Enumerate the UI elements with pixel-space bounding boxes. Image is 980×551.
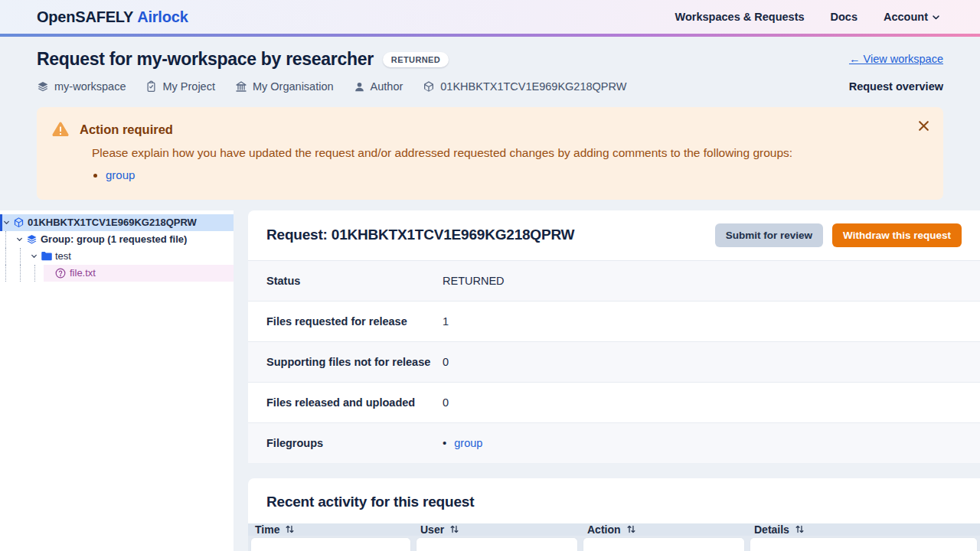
sort-icon [626,524,636,534]
chevron-down-icon [932,13,940,21]
withdraw-request-button[interactable]: Withdraw this request [832,223,962,247]
nav-docs[interactable]: Docs [831,11,858,23]
tree-indent-guide [5,231,15,248]
meta-workspace-label: my-workspace [54,80,126,93]
person-icon [354,81,365,93]
top-nav-links: Workspaces & Requests Docs Account [675,11,940,23]
sort-icon [285,524,295,534]
detail-label: Files requested for release [266,315,443,328]
meta-organisation: My Organisation [235,80,334,93]
alert-title: Action required [80,122,173,137]
meta-workspace: my-workspace [37,80,126,93]
sort-icon [449,524,459,534]
column-header-user[interactable]: User [413,523,580,536]
detail-row-files-released: Files released and uploaded 0 [248,382,980,422]
request-overview-card: Request: 01KHBKTX1TCV1E969KG218QPRW Subm… [248,210,980,463]
filter-action-input[interactable] [583,537,745,551]
layers-icon [37,80,49,93]
filegroup-list: group [443,436,482,449]
submit-for-review-button[interactable]: Submit for review [715,223,823,247]
meta-project-label: My Project [162,80,215,93]
cube-icon [423,80,435,93]
folder-icon [41,250,52,262]
detail-value: 0 [443,396,449,409]
detail-label: Supporting files not for release [266,356,443,368]
tree-item-label: file.txt [70,267,96,279]
request-meta: my-workspace My Project My Organisation [37,80,626,93]
page-header: Request for my-workspace by researcher R… [0,37,980,93]
meta-project: My Project [145,80,215,93]
activity-title: Recent activity for this request [248,478,980,523]
chevron-down-icon[interactable] [15,236,24,243]
cube-icon [13,217,24,228]
activity-table-header: Time User Action [248,523,980,536]
activity-filter-row [248,536,980,551]
tree-item-test-folder[interactable]: test [0,248,234,265]
status-badge: RETURNED [383,52,449,67]
alert-group-list: group [106,167,900,184]
tree-item-label: 01KHBKTX1TCV1E969KG218QPRW [28,217,197,228]
tree-indent-guide [5,265,15,282]
detail-row-filegroups: Filegroups group [248,422,980,463]
logo-secondary: Airlock [137,8,188,25]
clipboard-icon [145,80,157,93]
action-required-alert: Action required Please explain how you h… [37,107,943,200]
tree-indent-guide [5,248,15,265]
tree-item-label: Group: group (1 requested file) [41,233,187,245]
tree-item-label: test [55,250,71,262]
column-label: User [420,523,444,536]
layers-icon [26,233,38,245]
view-workspace-link[interactable]: ← View workspace [849,53,943,65]
column-header-details[interactable]: Details [747,523,980,536]
request-card-title: Request: 01KHBKTX1TCV1E969KG218QPRW [266,227,574,243]
file-tree-sidebar: 01KHBKTX1TCV1E969KG218QPRW Group: group … [0,210,234,551]
detail-row-status: Status RETURNED [248,260,980,301]
column-header-time[interactable]: Time [248,523,413,536]
app-root: OpenSAFELYAirlock Workspaces & Requests … [0,0,980,551]
logo-primary: OpenSAFELY [37,8,133,25]
top-navigation: OpenSAFELYAirlock Workspaces & Requests … [0,0,980,34]
request-overview-link[interactable]: Request overview [849,80,943,93]
column-label: Details [754,523,789,536]
alert-group-item: group [106,167,900,184]
meta-request-id-label: 01KHBKTX1TCV1E969KG218QPRW [440,80,626,93]
detail-value: RETURNED [443,275,505,287]
tree-item-file-txt[interactable]: file.txt [0,265,234,282]
detail-row-files-requested: Files requested for release 1 [248,301,980,341]
app-logo[interactable]: OpenSAFELYAirlock [37,8,188,26]
detail-label: Filegroups [266,437,443,449]
detail-value: 1 [443,315,449,328]
meta-author: Author [354,80,403,93]
filegroup-link[interactable]: group [454,437,482,449]
tree-item-group[interactable]: Group: group (1 requested file) [0,231,234,248]
meta-request-id: 01KHBKTX1TCV1E969KG218QPRW [423,80,626,93]
chevron-down-icon[interactable] [29,253,39,259]
filter-details-input[interactable] [750,537,978,551]
nav-workspaces-requests[interactable]: Workspaces & Requests [675,11,805,23]
nav-account-label: Account [884,11,928,23]
column-label: Action [587,523,621,536]
filegroup-item: group [443,436,482,449]
alert-message: Please explain how you have updated the … [92,145,900,161]
chevron-down-icon[interactable] [2,219,11,226]
tree-indent-guide [34,265,44,282]
content-area: 01KHBKTX1TCV1E969KG218QPRW Group: group … [0,210,980,551]
filter-user-input[interactable] [416,537,578,551]
column-label: Time [255,523,279,536]
nav-account-menu[interactable]: Account [884,11,940,23]
meta-author-label: Author [371,80,403,93]
sort-icon [795,524,805,534]
alert-group-link[interactable]: group [106,168,135,181]
meta-organisation-label: My Organisation [253,80,334,93]
detail-row-supporting-files: Supporting files not for release 0 [248,341,980,382]
detail-value: 0 [443,356,449,368]
tree-indent-guide [20,248,29,265]
filter-time-input[interactable] [250,537,411,551]
file-highlight: file.txt [44,265,234,282]
tree-indent-guide [20,265,29,282]
tree-item-request-root[interactable]: 01KHBKTX1TCV1E969KG218QPRW [0,214,234,231]
close-icon[interactable] [913,115,934,136]
page-title: Request for my-workspace by researcher [37,49,374,70]
column-header-action[interactable]: Action [580,523,747,536]
detail-label: Status [266,275,443,287]
